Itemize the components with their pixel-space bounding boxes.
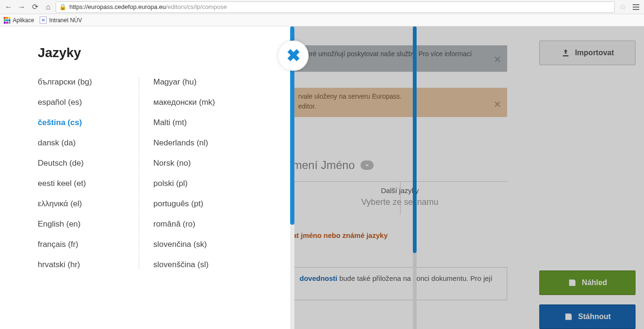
language-option[interactable]: hrvatski (hr) bbox=[38, 260, 139, 270]
back-button[interactable]: ← bbox=[3, 1, 14, 13]
language-option[interactable]: português (pt) bbox=[153, 199, 241, 209]
browser-menu-icon[interactable] bbox=[631, 2, 641, 12]
apps-shortcut[interactable]: Aplikace bbox=[4, 17, 34, 24]
page-viewport: , které umožňují poskytovat naše služby.… bbox=[0, 26, 644, 329]
bookmark-star-icon[interactable]: ☆ bbox=[617, 2, 629, 11]
language-option[interactable]: Norsk (no) bbox=[153, 159, 241, 168]
address-bar[interactable]: 🔒 https://europass.cedefop.europa.eu/edi… bbox=[56, 1, 615, 13]
language-option[interactable]: български (bg) bbox=[38, 77, 139, 87]
apps-icon bbox=[4, 17, 10, 24]
bookmarks-bar: Aplikace N Intranet NÚV bbox=[0, 14, 644, 26]
browser-toolbar: ← → ⟳ ⌂ 🔒 https://europass.cedefop.europ… bbox=[0, 0, 644, 14]
language-modal: Jazyky български (bg) español (es) češti… bbox=[0, 26, 290, 329]
language-option[interactable]: eesti keel (et) bbox=[38, 179, 139, 188]
bookmark-label: Intranet NÚV bbox=[49, 17, 82, 24]
language-option[interactable]: dansk (da) bbox=[38, 138, 139, 148]
reload-button[interactable]: ⟳ bbox=[29, 1, 41, 13]
language-option[interactable]: slovenščina (sl) bbox=[153, 260, 241, 270]
bookmark-item[interactable]: N Intranet NÚV bbox=[40, 17, 82, 24]
language-option[interactable]: français (fr) bbox=[38, 240, 139, 249]
language-column-1: български (bg) español (es) čeština (cs)… bbox=[38, 77, 139, 270]
bookmark-favicon: N bbox=[40, 17, 47, 24]
close-icon: ✖ bbox=[286, 47, 301, 64]
apps-label: Aplikace bbox=[13, 17, 34, 24]
language-option[interactable]: Deutsch (de) bbox=[38, 159, 139, 168]
language-option[interactable]: slovenčina (sk) bbox=[153, 240, 241, 249]
language-option[interactable]: ελληνικά (el) bbox=[38, 199, 139, 209]
modal-title: Jazyky bbox=[38, 45, 276, 60]
language-option[interactable]: română (ro) bbox=[153, 219, 241, 229]
lock-icon: 🔒 bbox=[59, 3, 67, 10]
home-button[interactable]: ⌂ bbox=[42, 1, 54, 13]
language-option[interactable]: Nederlands (nl) bbox=[153, 138, 241, 148]
language-option[interactable]: македонски (mk) bbox=[153, 98, 241, 107]
language-option-active[interactable]: čeština (cs) bbox=[38, 118, 139, 127]
language-column-2: Magyar (hu) македонски (mk) Malti (mt) N… bbox=[139, 77, 241, 270]
modal-close-button[interactable]: ✖ bbox=[278, 41, 309, 71]
language-option[interactable]: Magyar (hu) bbox=[153, 77, 241, 87]
language-option[interactable]: English (en) bbox=[38, 219, 139, 229]
language-option[interactable]: Malti (mt) bbox=[153, 118, 241, 127]
url-text: https://europass.cedefop.europa.eu/edito… bbox=[69, 3, 227, 10]
modal-scrollbar[interactable] bbox=[290, 26, 294, 329]
forward-button[interactable]: → bbox=[16, 1, 27, 13]
language-option[interactable]: español (es) bbox=[38, 98, 139, 107]
language-option[interactable]: polski (pl) bbox=[153, 179, 241, 188]
